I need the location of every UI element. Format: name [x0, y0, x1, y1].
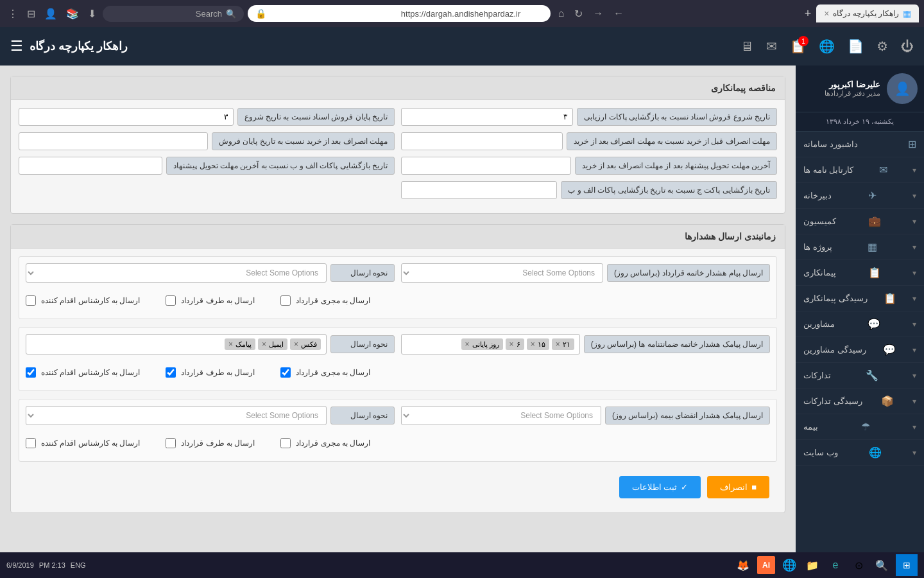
alert3-contractor-checkbox[interactable] [26, 438, 36, 448]
forward-button[interactable]: → [589, 5, 607, 22]
arrow-icon: ▾ [912, 371, 916, 380]
document-icon[interactable]: 📄 [848, 39, 864, 54]
tag-15[interactable]: ۱۵ × [527, 338, 549, 350]
open-c-input[interactable] [401, 181, 557, 199]
alert1-days-select[interactable]: Select Some Options [401, 263, 603, 283]
tag-final-close[interactable]: × [465, 340, 470, 349]
tag-21[interactable]: ۲۱ × [552, 338, 574, 350]
sidebar-item-contract-review[interactable]: ▾ 📋 رسیدگی پیمانکاری [796, 286, 924, 311]
refresh-button[interactable]: ↻ [570, 5, 586, 22]
monitor-icon[interactable]: 🖥 [740, 39, 753, 54]
sidebar-date: یکشنبه، ۱۹ خرداد ۱۳۹۸ [796, 112, 924, 132]
search-bar[interactable]: 🔍 Search [103, 6, 244, 22]
consultants-label: مشاورین [803, 319, 835, 329]
url-display: https://dargah.andishehpardaz.ir [401, 9, 543, 19]
sidebar-item-dashboard[interactable]: ⊞ داشبورد سامانه [796, 132, 924, 157]
sidebar-item-mailbox[interactable]: ▾ ✉ کارتابل نامه ها [796, 157, 924, 183]
settings-icon[interactable]: ⚙ [877, 39, 888, 54]
download-button[interactable]: ⬇ [85, 6, 99, 21]
dashboard-icon: ⊞ [908, 138, 916, 150]
tab-close-button[interactable]: × [824, 8, 829, 19]
insurance-label: بیمه [803, 422, 818, 432]
alert3-send-method-select[interactable]: Select Some Options [26, 406, 327, 425]
power-icon[interactable]: ⏻ [901, 39, 914, 54]
sidebar-item-commission[interactable]: ▾ 💼 کمیسیون [796, 209, 924, 234]
back-button[interactable]: ← [610, 5, 628, 22]
sidebar-toggle-button[interactable]: ⊟ [24, 6, 38, 21]
tag-6[interactable]: ۶ × [506, 338, 524, 350]
start-date-input[interactable] [401, 108, 573, 126]
address-bar[interactable]: 🔒 https://dargah.andishehpardaz.ir [248, 5, 551, 22]
alert2-send-tags[interactable]: فکس × ایمیل × پیامک × [26, 334, 327, 355]
alert2-party-checkbox[interactable] [166, 367, 176, 378]
alert1-send-method-select[interactable]: Select Some Options [26, 263, 327, 283]
notification-icon[interactable]: 📋 1 [790, 39, 806, 54]
alert2-executor-checkbox[interactable] [280, 367, 291, 378]
alert3-executor-checkbox[interactable] [280, 438, 291, 448]
tag-email-close[interactable]: × [262, 340, 266, 349]
tag-6-close[interactable]: × [509, 340, 514, 349]
tag-final-day[interactable]: روز پایانی × [461, 338, 503, 350]
alert3-party-checkbox[interactable] [166, 438, 176, 448]
sidebar-item-procurement-review[interactable]: ▾ 📦 رسیدگی تدارکات [796, 389, 924, 414]
tag-15-close[interactable]: × [531, 340, 535, 349]
mail-icon[interactable]: ✉ [766, 39, 777, 54]
action-buttons: ■ انصراف ✓ ثبت اطلاعات [19, 469, 777, 505]
sidebar-item-consultant-review[interactable]: ▾ 💬 رسیدگی مشاورین [796, 337, 924, 363]
sidebar-item-contracts[interactable]: ▾ 📋 پیمانکاری [796, 260, 924, 286]
user-name: علیرضا اکبرپور [825, 80, 880, 89]
profile-button[interactable]: 👤 [42, 6, 60, 21]
sidebar-item-insurance[interactable]: ▾ ☂ بیمه [796, 414, 924, 440]
alert3-send-method-label: نحوه ارسال [330, 407, 395, 425]
tag-email[interactable]: ایمیل × [258, 338, 287, 350]
cancel-before-label: مهلت انصراف قبل از خرید نسبت به مهلت انص… [567, 132, 777, 150]
hamburger-menu[interactable]: ☰ [10, 38, 23, 55]
active-tab[interactable]: ▦ راهکار یکپارچه درگاه × [816, 4, 919, 22]
sidebar-item-secretariat[interactable]: ▾ ✈ دبیرخانه [796, 183, 924, 209]
app-header: ⏻ ⚙ 📄 🌐 📋 1 ✉ 🖥 راهکار یکپارچه درگاه ☰ [0, 27, 924, 66]
alert3-days-select[interactable]: Select Some Options [401, 406, 601, 425]
globe-icon[interactable]: 🌐 [819, 39, 835, 54]
alert2-executor-label: ارسال به مجری قرارداد [296, 368, 370, 377]
new-tab-button[interactable]: + [800, 4, 817, 23]
sidebar-item-projects[interactable]: ▾ ▦ پروژه ها [796, 234, 924, 260]
end-date-input[interactable] [19, 108, 234, 126]
main-content: مناقصه پیمانکاری تاریخ شروع فروش اسناد ن… [0, 66, 796, 552]
tag-fax[interactable]: فکس × [290, 338, 321, 350]
alert3-executor-label: ارسال به مجری قرارداد [296, 439, 370, 448]
tag-fax-close[interactable]: × [294, 340, 298, 349]
alert2-contractor-checkbox[interactable] [26, 367, 36, 378]
procurement-review-icon: 📦 [881, 395, 894, 407]
cancel-after-input[interactable] [19, 132, 208, 150]
cancel-button[interactable]: ■ انصراف [707, 476, 769, 498]
alert1-executor-checkbox[interactable] [280, 295, 291, 306]
last-delivery-input[interactable] [401, 157, 571, 175]
home-button[interactable]: ⌂ [554, 5, 569, 22]
alert1-party-checkbox[interactable] [166, 295, 176, 306]
sidebar-item-consultants[interactable]: ▾ 💬 مشاورین [796, 311, 924, 337]
alert1-checkbox-party: ارسال به طرف قرارداد [166, 292, 255, 310]
alert2-days-tags[interactable]: ۲۱ × ۱۵ × ۶ × [401, 334, 580, 355]
alert1-contractor-checkbox[interactable] [26, 295, 36, 306]
tag-sms[interactable]: پیامک × [225, 338, 255, 350]
commission-icon: 💼 [868, 215, 881, 227]
tag-21-close[interactable]: × [556, 340, 560, 349]
alert3-checkbox-party: ارسال به طرف قرارداد [166, 434, 255, 452]
form-row-1: تاریخ شروع فروش اسناد نسبت به بازگشایی پ… [19, 108, 777, 126]
tag-sms-close[interactable]: × [228, 340, 233, 349]
alert2-row: ارسال پیامک هشدار خاتمه ضمانتنامه ها (بر… [26, 334, 770, 355]
cancel-before-input[interactable] [401, 132, 563, 150]
alert2-contractor-label: ارسال به کارشناس اقدام کننده [41, 368, 140, 377]
sidebar-item-procurement[interactable]: ▾ 🔧 تدارکات [796, 363, 924, 389]
consultants-icon: 💬 [868, 318, 880, 330]
alert1-party-label: ارسال به طرف قرارداد [181, 296, 255, 305]
open-ab-input[interactable] [19, 157, 162, 175]
menu-button[interactable]: ⋮ [5, 6, 21, 21]
sidebar-item-website[interactable]: ▾ 🌐 وب سایت [796, 440, 924, 466]
arrow-icon: ▾ [912, 320, 916, 329]
header-icons: ⏻ ⚙ 📄 🌐 📋 1 ✉ 🖥 [740, 39, 914, 54]
arrow-icon: ▾ [912, 217, 916, 226]
bookmarks-button[interactable]: 📚 [64, 6, 81, 21]
save-button[interactable]: ✓ ثبت اطلاعات [619, 476, 701, 498]
save-icon: ✓ [681, 482, 688, 492]
